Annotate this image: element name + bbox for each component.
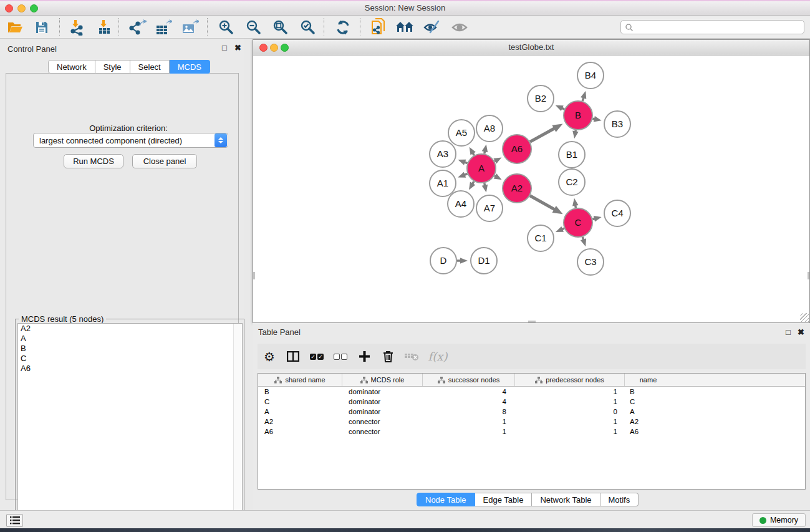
status-menu-button[interactable] (6, 514, 23, 527)
mcds-result-item[interactable]: A2 (18, 324, 242, 334)
import-table-icon[interactable] (92, 17, 116, 37)
column-header-label: predecessor nodes (546, 376, 604, 384)
home-pages-icon[interactable] (393, 17, 417, 37)
float-panel-icon[interactable]: □ (786, 328, 791, 336)
mcds-result-item[interactable]: A6 (18, 364, 242, 374)
close-window-button[interactable] (259, 44, 268, 52)
edge-arrowhead-icon (581, 238, 586, 246)
delete-columns-trash-icon[interactable] (376, 347, 400, 366)
hide-graphics-details-icon[interactable] (420, 17, 443, 37)
zoom-in-icon[interactable] (215, 17, 238, 37)
maximize-window-button[interactable] (30, 4, 38, 12)
graph-edge-A2-C[interactable] (530, 196, 555, 210)
tab-style[interactable]: Style (95, 60, 130, 74)
dropdown-stepper-icon (215, 133, 227, 147)
criterion-dropdown[interactable]: largest connected component (directed) (33, 133, 228, 148)
table-options-gear-icon[interactable]: ⚙ (258, 347, 281, 366)
window-resize-grip-icon[interactable] (800, 313, 809, 322)
graph-node-label: B2 (535, 93, 546, 104)
minimize-window-button[interactable] (17, 4, 26, 12)
column-header-predecessor-nodes[interactable]: predecessor nodes (515, 374, 625, 386)
zoom-fit-icon[interactable] (269, 17, 292, 37)
toolbar-separator (118, 18, 119, 36)
float-panel-icon[interactable]: □ (222, 44, 227, 52)
cell: 1 (515, 417, 625, 427)
memory-button[interactable]: Memory (752, 513, 806, 527)
zoom-selected-icon[interactable] (296, 17, 320, 37)
edge-arrowhead-icon (470, 147, 476, 155)
zoom-out-icon[interactable] (242, 17, 266, 37)
graph-node-label: A (478, 163, 485, 173)
node-table: shared nameMCDS rolesuccessor nodesprede… (258, 373, 806, 490)
network-view-window: testGlobe.txt B4B2BB3B1C2A5A8A6A3AA1A2A4… (253, 39, 810, 323)
mcds-result-item[interactable]: B (18, 344, 242, 354)
run-mcds-button[interactable]: Run MCDS (64, 154, 123, 168)
resize-grip[interactable] (253, 272, 255, 279)
export-network-icon[interactable] (126, 17, 150, 37)
save-session-icon[interactable] (30, 17, 54, 37)
show-view-eye-icon[interactable] (448, 17, 471, 37)
tab-network-table[interactable]: Network Table (532, 493, 600, 506)
mcds-result-item[interactable]: C (18, 354, 242, 364)
export-table-icon[interactable] (152, 17, 175, 37)
refresh-view-icon[interactable] (331, 17, 355, 37)
mcds-result-group: MCDS result (5 nodes) A2ABCA6 (15, 319, 244, 532)
edge-arrowhead-icon (458, 160, 466, 165)
maximize-window-button[interactable] (281, 44, 289, 52)
minimize-window-button[interactable] (270, 44, 278, 52)
scrollbar-track[interactable] (233, 324, 242, 531)
network-window-title: testGlobe.txt (253, 40, 809, 55)
column-header-name[interactable]: name (625, 374, 672, 386)
column-header-label: name (640, 376, 657, 384)
graph-node-label: A6 (511, 143, 523, 154)
table-row[interactable]: Cdominator41C (258, 397, 805, 407)
network-canvas[interactable]: B4B2BB3B1C2A5A8A6A3AA1A2A4A7CC1C4C3DD1 (253, 56, 809, 322)
network-window-titlebar[interactable]: testGlobe.txt (253, 40, 809, 56)
tab-select[interactable]: Select (130, 60, 170, 74)
tab-edge-table[interactable]: Edge Table (475, 493, 533, 506)
table-toolbar: ⚙ ✓✓ f(x) (258, 344, 806, 369)
create-new-column-icon[interactable] (352, 347, 376, 366)
table-row[interactable]: A6connector11A6 (258, 427, 805, 437)
resize-grip[interactable] (528, 321, 536, 322)
close-panel-button[interactable]: Close panel (132, 154, 197, 168)
close-window-button[interactable] (5, 4, 13, 12)
select-all-checkboxes-icon[interactable]: ✓✓ (305, 347, 329, 366)
deselect-all-checkboxes-icon[interactable] (329, 347, 352, 366)
cell-filler (672, 397, 805, 407)
tab-mcds[interactable]: MCDS (170, 60, 210, 74)
tab-motifs[interactable]: Motifs (600, 493, 639, 506)
show-column-panel-icon[interactable] (281, 347, 305, 366)
cell: C (625, 397, 672, 407)
import-network-icon[interactable] (64, 17, 88, 37)
delete-table-icon[interactable] (400, 347, 423, 366)
new-network-from-file-icon[interactable] (367, 17, 391, 37)
close-panel-icon[interactable]: ✖ (234, 44, 241, 52)
graph-edge-A6-B[interactable] (530, 128, 555, 142)
cell: 1 (515, 387, 625, 397)
column-header-MCDS-role[interactable]: MCDS role (342, 374, 423, 386)
resize-grip[interactable] (808, 272, 809, 279)
mcds-result-item[interactable]: A (18, 334, 242, 344)
column-header-successor-nodes[interactable]: successor nodes (423, 374, 515, 386)
cell-filler (672, 387, 805, 397)
edge-arrowhead-icon (572, 131, 579, 139)
cell: connector (342, 417, 423, 427)
close-panel-icon[interactable]: ✖ (798, 328, 804, 336)
table-row[interactable]: Bdominator41B (258, 387, 805, 397)
table-row[interactable]: Adominator80A (258, 407, 805, 417)
function-builder-icon[interactable]: f(x) (423, 347, 452, 366)
graph-node-label: A1 (437, 178, 448, 188)
graph-node-label: D1 (478, 255, 489, 266)
toolbar-separator (59, 18, 60, 36)
mcds-result-list[interactable]: A2ABCA6 (17, 323, 243, 531)
search-input[interactable] (634, 22, 804, 33)
table-row[interactable]: A2connector11A2 (258, 417, 805, 427)
open-file-icon[interactable] (3, 17, 27, 37)
tab-node-table[interactable]: Node Table (417, 493, 475, 506)
memory-label: Memory (770, 516, 798, 525)
export-image-icon[interactable] (178, 17, 202, 37)
search-field[interactable] (620, 20, 804, 34)
column-header-shared-name[interactable]: shared name (258, 374, 342, 386)
tab-network[interactable]: Network (48, 60, 95, 74)
